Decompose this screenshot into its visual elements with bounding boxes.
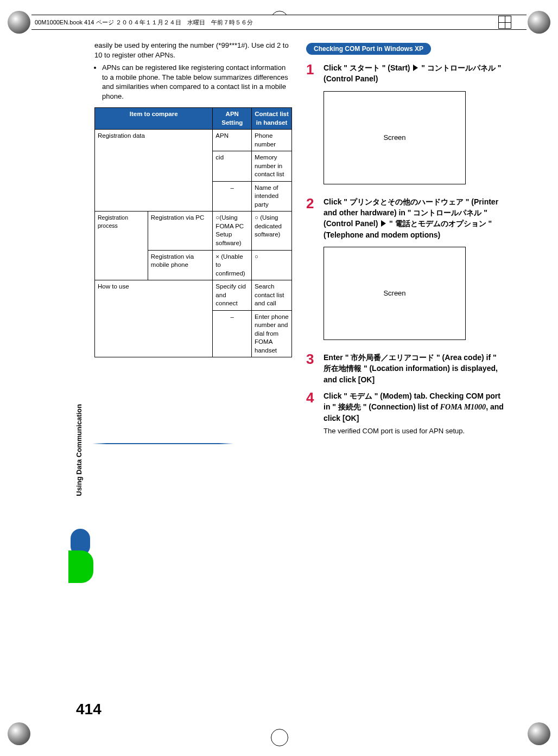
header-register-mark (498, 16, 511, 29)
td-r4b-apn: × (Unable to confirmed) (213, 250, 252, 280)
crop-ball-top-left (8, 11, 30, 34)
side-label-text: Using Data Communication (75, 404, 83, 496)
td-r6-contact: Enter phone number and dial from FOMA ha… (252, 310, 292, 357)
td-r4a-apn: ○(Using FOMA PC Setup software) (213, 212, 252, 250)
step1-number: 1 (306, 62, 318, 85)
page-content: easily be used by entering the number (*… (54, 41, 504, 723)
step4-foma: FOMA M1000 (440, 403, 486, 411)
td-r4a-contact: ○ (Using dedicated software) (252, 212, 292, 250)
screenshot-placeholder-1: Screen (324, 91, 466, 184)
td-r1-apn: APN (213, 130, 252, 151)
step1-pre: Click " スタート " (Start) (324, 63, 412, 72)
step3-text: Enter " 市外局番／エリアコード " (Area code) if " 所… (324, 352, 504, 385)
td-r4a-sub: Registration via PC (148, 212, 213, 250)
step2-number: 2 (306, 196, 318, 240)
td-r4b-contact: ○ (252, 250, 292, 280)
td-r2-apn: cid (213, 151, 252, 182)
crop-ball-bottom-right (528, 722, 550, 745)
td-r2-contact: Memory number in contact list (252, 151, 292, 182)
step4-note: The verified COM port is used for APN se… (324, 426, 504, 436)
header-text: 00M1000EN.book 414 ページ ２００４年１１月２４日 水曜日 午… (35, 18, 253, 27)
section-title: Checking COM Port in Windows XP (306, 43, 431, 55)
section-divider-line (92, 443, 233, 444)
td-r3-contact: Name of intended party (252, 181, 292, 212)
side-pill-green (68, 550, 93, 583)
td-r4b-sub: Registration via mobile phone (148, 250, 213, 280)
comparison-table: Item to compare APN Setting Contact list… (94, 107, 292, 357)
arrow-icon (413, 65, 418, 71)
page-number: 414 (76, 701, 102, 718)
td-r3-apn: – (213, 181, 252, 212)
intro-paragraph: easily be used by entering the number (*… (94, 41, 292, 60)
arrow-icon (381, 220, 386, 227)
step4-text: Click " モデム " (Modem) tab. Checking COM … (324, 390, 504, 424)
intro-bullet: APNs can be registered like registering … (102, 63, 292, 101)
td-regprocess: Registration process (95, 212, 148, 280)
td-r5-contact: Search contact list and call (252, 280, 292, 311)
crop-ball-top-right (528, 11, 550, 34)
screen-label-1: Screen (383, 133, 405, 143)
step1-text: Click " スタート " (Start) " コントロールパネル " (Co… (324, 62, 504, 85)
td-regdata: Registration data (95, 130, 213, 212)
td-r1-contact: Phone number (252, 130, 292, 151)
crop-ball-bottom-left (8, 722, 30, 745)
td-r6-apn: – (213, 310, 252, 357)
td-howtouse: How to use (95, 280, 213, 357)
step4-number: 4 (306, 390, 318, 435)
header-bar: 00M1000EN.book 414 ページ ２００４年１１月２４日 水曜日 午… (31, 15, 527, 30)
th-apn: APN Setting (213, 108, 252, 130)
side-section-label: Using Data Communication (75, 404, 83, 496)
screenshot-placeholder-2: Screen (324, 247, 466, 340)
th-contact: Contact list in handset (252, 108, 292, 130)
step2-text: Click " プリンタとその他のハードウェア " (Printer and o… (324, 196, 504, 240)
th-item: Item to compare (95, 108, 213, 130)
td-r5-apn: Specify cid and connect (213, 280, 252, 311)
screen-label-2: Screen (383, 289, 405, 298)
step3-number: 3 (306, 352, 318, 385)
